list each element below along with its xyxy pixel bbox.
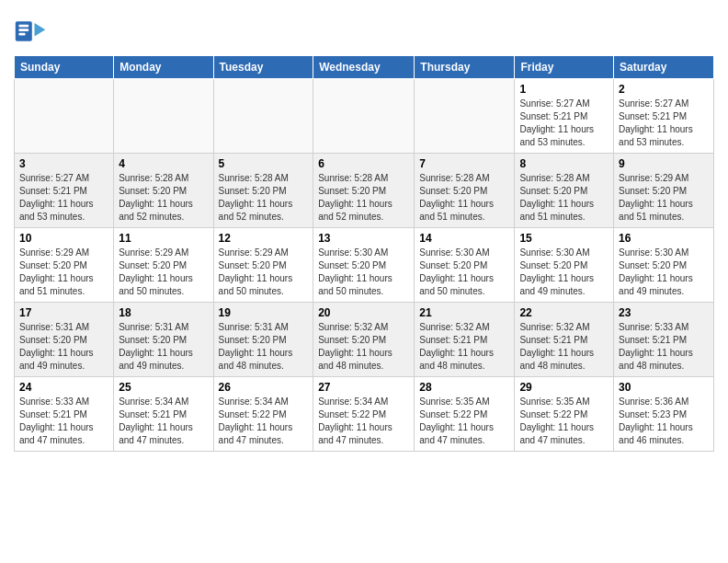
- day-number: 21: [419, 306, 509, 319]
- day-number: 30: [619, 381, 709, 394]
- day-info: Sunrise: 5:29 AM Sunset: 5:20 PM Dayligh…: [19, 247, 108, 298]
- calendar-cell: 19Sunrise: 5:31 AM Sunset: 5:20 PM Dayli…: [213, 303, 313, 377]
- day-info: Sunrise: 5:29 AM Sunset: 5:20 PM Dayligh…: [119, 247, 208, 298]
- day-number: 26: [219, 381, 309, 394]
- day-number: 24: [19, 381, 108, 394]
- day-number: 17: [19, 306, 108, 319]
- day-info: Sunrise: 5:28 AM Sunset: 5:20 PM Dayligh…: [419, 172, 509, 224]
- day-number: 29: [519, 381, 609, 394]
- calendar-header-friday: Friday: [515, 56, 614, 79]
- day-number: 28: [419, 381, 509, 394]
- day-info: Sunrise: 5:30 AM Sunset: 5:20 PM Dayligh…: [419, 247, 509, 298]
- day-number: 9: [619, 157, 709, 170]
- calendar-cell: 24Sunrise: 5:33 AM Sunset: 5:21 PM Dayli…: [15, 377, 114, 452]
- calendar-week-2: 3Sunrise: 5:27 AM Sunset: 5:21 PM Daylig…: [15, 154, 714, 228]
- day-number: 23: [619, 306, 709, 319]
- calendar-cell: 23Sunrise: 5:33 AM Sunset: 5:21 PM Dayli…: [614, 303, 714, 377]
- calendar-week-3: 10Sunrise: 5:29 AM Sunset: 5:20 PM Dayli…: [15, 228, 714, 303]
- day-info: Sunrise: 5:27 AM Sunset: 5:21 PM Dayligh…: [519, 98, 609, 149]
- calendar-cell: 15Sunrise: 5:30 AM Sunset: 5:20 PM Dayli…: [515, 228, 614, 303]
- day-number: 27: [318, 381, 409, 394]
- day-info: Sunrise: 5:34 AM Sunset: 5:21 PM Dayligh…: [119, 396, 208, 447]
- day-info: Sunrise: 5:29 AM Sunset: 5:20 PM Dayligh…: [219, 247, 309, 298]
- day-number: 19: [219, 306, 309, 319]
- calendar-cell: [415, 79, 515, 154]
- day-info: Sunrise: 5:27 AM Sunset: 5:21 PM Dayligh…: [619, 98, 709, 149]
- calendar-cell: 5Sunrise: 5:28 AM Sunset: 5:20 PM Daylig…: [213, 154, 313, 228]
- day-info: Sunrise: 5:28 AM Sunset: 5:20 PM Dayligh…: [519, 172, 609, 224]
- day-info: Sunrise: 5:33 AM Sunset: 5:21 PM Dayligh…: [19, 396, 108, 447]
- calendar-header-monday: Monday: [114, 56, 213, 79]
- calendar-cell: 2Sunrise: 5:27 AM Sunset: 5:21 PM Daylig…: [614, 79, 714, 154]
- day-info: Sunrise: 5:29 AM Sunset: 5:20 PM Dayligh…: [619, 172, 709, 224]
- logo-icon: [14, 15, 47, 48]
- day-number: 11: [119, 232, 208, 245]
- calendar-cell: [114, 79, 213, 154]
- day-number: 4: [119, 157, 208, 170]
- calendar-cell: 17Sunrise: 5:31 AM Sunset: 5:20 PM Dayli…: [15, 303, 114, 377]
- svg-rect-2: [18, 29, 28, 31]
- calendar-header-thursday: Thursday: [415, 56, 515, 79]
- calendar-cell: [313, 79, 415, 154]
- page-header: [14, 9, 714, 48]
- day-info: Sunrise: 5:31 AM Sunset: 5:20 PM Dayligh…: [219, 321, 309, 373]
- day-info: Sunrise: 5:30 AM Sunset: 5:20 PM Dayligh…: [519, 247, 609, 298]
- day-number: 22: [519, 306, 609, 319]
- calendar-cell: 4Sunrise: 5:28 AM Sunset: 5:20 PM Daylig…: [114, 154, 213, 228]
- calendar-header-row: SundayMondayTuesdayWednesdayThursdayFrid…: [15, 56, 714, 79]
- calendar-week-5: 24Sunrise: 5:33 AM Sunset: 5:21 PM Dayli…: [15, 377, 714, 452]
- calendar-cell: 30Sunrise: 5:36 AM Sunset: 5:23 PM Dayli…: [614, 377, 714, 452]
- day-number: 10: [19, 232, 108, 245]
- calendar-cell: 16Sunrise: 5:30 AM Sunset: 5:20 PM Dayli…: [614, 228, 714, 303]
- calendar-cell: 9Sunrise: 5:29 AM Sunset: 5:20 PM Daylig…: [614, 154, 714, 228]
- calendar-header-wednesday: Wednesday: [313, 56, 415, 79]
- day-info: Sunrise: 5:35 AM Sunset: 5:22 PM Dayligh…: [519, 396, 609, 447]
- calendar-body: 1Sunrise: 5:27 AM Sunset: 5:21 PM Daylig…: [15, 79, 714, 452]
- day-number: 7: [419, 157, 509, 170]
- calendar-cell: 22Sunrise: 5:32 AM Sunset: 5:21 PM Dayli…: [515, 303, 614, 377]
- day-info: Sunrise: 5:27 AM Sunset: 5:21 PM Dayligh…: [19, 172, 108, 224]
- calendar-cell: 12Sunrise: 5:29 AM Sunset: 5:20 PM Dayli…: [213, 228, 313, 303]
- calendar-cell: 7Sunrise: 5:28 AM Sunset: 5:20 PM Daylig…: [415, 154, 515, 228]
- day-info: Sunrise: 5:30 AM Sunset: 5:20 PM Dayligh…: [318, 247, 409, 298]
- calendar-cell: 1Sunrise: 5:27 AM Sunset: 5:21 PM Daylig…: [515, 79, 614, 154]
- calendar-cell: 25Sunrise: 5:34 AM Sunset: 5:21 PM Dayli…: [114, 377, 213, 452]
- day-info: Sunrise: 5:31 AM Sunset: 5:20 PM Dayligh…: [119, 321, 208, 373]
- calendar-cell: 11Sunrise: 5:29 AM Sunset: 5:20 PM Dayli…: [114, 228, 213, 303]
- day-info: Sunrise: 5:32 AM Sunset: 5:21 PM Dayligh…: [419, 321, 509, 373]
- day-info: Sunrise: 5:34 AM Sunset: 5:22 PM Dayligh…: [318, 396, 409, 447]
- calendar-cell: [213, 79, 313, 154]
- calendar-week-1: 1Sunrise: 5:27 AM Sunset: 5:21 PM Daylig…: [15, 79, 714, 154]
- calendar-cell: 27Sunrise: 5:34 AM Sunset: 5:22 PM Dayli…: [313, 377, 415, 452]
- day-number: 2: [619, 83, 709, 96]
- calendar-header-saturday: Saturday: [614, 56, 714, 79]
- day-number: 16: [619, 232, 709, 245]
- calendar-cell: 18Sunrise: 5:31 AM Sunset: 5:20 PM Dayli…: [114, 303, 213, 377]
- day-number: 13: [318, 232, 409, 245]
- calendar-cell: 14Sunrise: 5:30 AM Sunset: 5:20 PM Dayli…: [415, 228, 515, 303]
- calendar-cell: 29Sunrise: 5:35 AM Sunset: 5:22 PM Dayli…: [515, 377, 614, 452]
- calendar-cell: 3Sunrise: 5:27 AM Sunset: 5:21 PM Daylig…: [15, 154, 114, 228]
- day-number: 1: [519, 83, 609, 96]
- day-number: 14: [419, 232, 509, 245]
- day-info: Sunrise: 5:28 AM Sunset: 5:20 PM Dayligh…: [318, 172, 409, 224]
- calendar-table: SundayMondayTuesdayWednesdayThursdayFrid…: [14, 55, 714, 452]
- day-info: Sunrise: 5:36 AM Sunset: 5:23 PM Dayligh…: [619, 396, 709, 447]
- svg-marker-4: [35, 23, 46, 36]
- calendar-header-tuesday: Tuesday: [213, 56, 313, 79]
- calendar-cell: 8Sunrise: 5:28 AM Sunset: 5:20 PM Daylig…: [515, 154, 614, 228]
- day-info: Sunrise: 5:31 AM Sunset: 5:20 PM Dayligh…: [19, 321, 108, 373]
- calendar-cell: 28Sunrise: 5:35 AM Sunset: 5:22 PM Dayli…: [415, 377, 515, 452]
- day-info: Sunrise: 5:35 AM Sunset: 5:22 PM Dayligh…: [419, 396, 509, 447]
- day-number: 15: [519, 232, 609, 245]
- day-info: Sunrise: 5:33 AM Sunset: 5:21 PM Dayligh…: [619, 321, 709, 373]
- day-number: 6: [318, 157, 409, 170]
- calendar-week-4: 17Sunrise: 5:31 AM Sunset: 5:20 PM Dayli…: [15, 303, 714, 377]
- calendar-cell: 21Sunrise: 5:32 AM Sunset: 5:21 PM Dayli…: [415, 303, 515, 377]
- day-number: 18: [119, 306, 208, 319]
- day-number: 3: [19, 157, 108, 170]
- day-number: 8: [519, 157, 609, 170]
- day-number: 25: [119, 381, 208, 394]
- day-number: 12: [219, 232, 309, 245]
- calendar-header-sunday: Sunday: [15, 56, 114, 79]
